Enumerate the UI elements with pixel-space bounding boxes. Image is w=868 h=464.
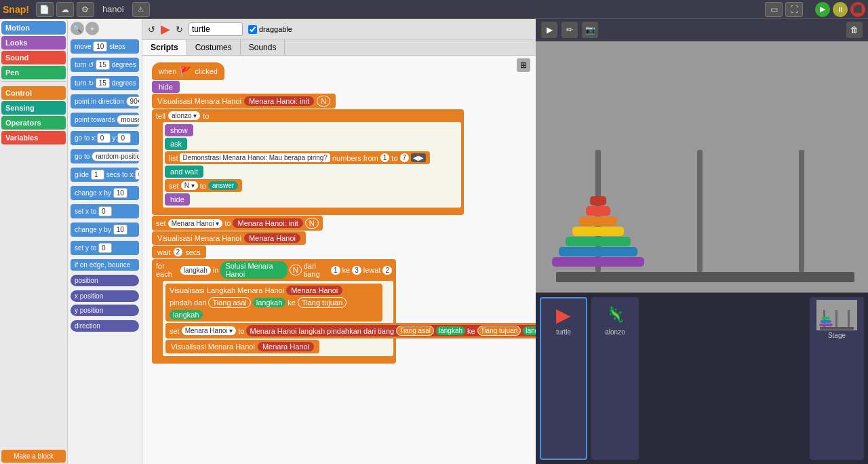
two-field: 2 [382, 266, 392, 275]
stage-thumb-image [816, 300, 857, 330]
goto-xy-block[interactable]: go to x:0 y:0 [71, 131, 139, 145]
category-control[interactable]: Control [1, 86, 66, 100]
set-y-block[interactable]: set y to 0 [71, 241, 139, 255]
set-menara2-block[interactable]: set Menara Hanoi ▾ to Menara Hanoi langk… [165, 323, 536, 339]
category-sensing[interactable]: Sensing [1, 101, 66, 115]
when-label: when [159, 67, 176, 75]
rotate-right-button[interactable]: ↻ [176, 24, 183, 35]
list-arrow-button[interactable]: ◀▶ [411, 153, 426, 162]
y-position-block[interactable]: y position [71, 305, 139, 316]
hide-block-1[interactable]: hide [152, 81, 180, 93]
for-each-header[interactable]: for each langkah in Solusi Menara Hanoi … [152, 259, 396, 281]
tell-header[interactable]: tell alonzo ▾ to [152, 109, 464, 122]
svg-rect-6 [572, 227, 624, 236]
direction-block[interactable]: direction [71, 320, 139, 332]
hide-block-2[interactable]: hide [165, 193, 190, 206]
langkah-dropdown[interactable]: langkah [180, 266, 211, 275]
set-label-1: set [169, 182, 179, 190]
category-operators[interactable]: Operators [1, 116, 66, 130]
tabs-bar: Scripts Costumes Sounds [142, 40, 536, 56]
show-block[interactable]: show [165, 124, 193, 136]
and-wait-block[interactable]: and wait [165, 166, 203, 178]
langkah-reporter-2: langkah [170, 310, 203, 320]
menara-dropdown-1[interactable]: Menara Hanoi ▾ [168, 219, 223, 228]
vis-langkah-block[interactable]: Visualisasi Langkah Menara Hanoi Menara … [165, 284, 382, 322]
in-label: in [213, 266, 219, 274]
position-block[interactable]: position [71, 275, 139, 286]
list-block[interactable]: list Demonstrasi Menara Hanoi: Mau berap… [165, 151, 430, 164]
turn-cw-block[interactable]: turn ↻ 15 degrees [71, 76, 139, 90]
point-towards-block[interactable]: point towards mouse-pointer▾ [71, 113, 139, 127]
set-n-block[interactable]: set N ▾ to answer [165, 179, 242, 192]
search-blocks-button[interactable]: 🔍 [71, 22, 84, 35]
goto-pos-block[interactable]: go to random-position▾ [71, 149, 139, 163]
category-looks[interactable]: Looks [1, 36, 66, 50]
three-field: 3 [352, 266, 361, 275]
vis-menara-block[interactable]: Visualisasi Menara Hanoi Menara Hanoi [152, 231, 306, 245]
pause-button[interactable]: ⏸ [833, 2, 848, 17]
cloud-button[interactable]: ☁ [56, 2, 74, 17]
alonzo-dropdown[interactable]: alonzo ▾ [168, 111, 200, 120]
main-layout: Motion Looks Sound Pen Control Sensing O… [0, 19, 868, 464]
set-menara-block[interactable]: set Menara Hanoi ▾ to Menara Hanoi: init… [152, 216, 323, 231]
ask-block[interactable]: ask [165, 138, 187, 150]
menara-reporter-2: Menara Hanoi [286, 286, 342, 295]
one-field: 1 [331, 266, 340, 275]
vis-final-block[interactable]: Visualisasi Menara Hanoi Menara Hanoi [165, 340, 319, 353]
camera-button[interactable]: 📷 [582, 22, 598, 38]
main-script-stack: when 🚩 clicked hide Visualisasi Menara H… [152, 62, 464, 364]
turn-ccw-block[interactable]: turn ↺ 15 degrees [71, 58, 139, 72]
x-position-block[interactable]: x position [71, 290, 139, 302]
category-motion[interactable]: Motion [1, 21, 66, 35]
when-clicked-hat-block[interactable]: when 🚩 clicked [152, 62, 224, 80]
tab-sounds[interactable]: Sounds [241, 40, 285, 55]
settings-button[interactable]: ⚙ [77, 2, 94, 17]
delete-button[interactable]: 🗑 [846, 22, 863, 38]
sprite-name-input[interactable] [189, 22, 243, 36]
category-pen[interactable]: Pen [1, 66, 66, 79]
draw-button[interactable]: ✏ [561, 22, 578, 38]
tab-costumes[interactable]: Costumes [187, 40, 241, 55]
tiang-asal-rep2: Tiang asal [396, 326, 434, 336]
category-variables[interactable]: Variables [1, 131, 66, 144]
to-val-field: 7 [400, 153, 410, 162]
bounce-block[interactable]: if on edge, bounce [71, 259, 139, 271]
tab-scripts[interactable]: Scripts [142, 40, 187, 55]
list-text-field: Demonstrasi Menara Hanoi: Mau berapa pir… [180, 153, 330, 162]
normal-view-button[interactable]: ▭ [765, 2, 783, 17]
stage-canvas [536, 41, 868, 292]
tiang-asal-reporter: Tiang asal [208, 297, 250, 308]
grid-button[interactable]: ⊞ [517, 58, 530, 72]
change-x-block[interactable]: change x by 10 [71, 186, 139, 200]
sprite-thumb-alonzo[interactable]: 🦎 alonzo [591, 297, 639, 460]
draggable-checkbox[interactable] [248, 25, 257, 34]
stage-thumbnail[interactable]: Stage [810, 297, 864, 460]
ke-label-2: ke [288, 298, 296, 307]
add-block-button[interactable]: + [85, 22, 99, 35]
category-sound[interactable]: Sound [1, 51, 66, 64]
wait-block[interactable]: wait 2 secs [152, 246, 206, 258]
numbers-from-label: numbers from [332, 154, 378, 162]
point-direction-block[interactable]: point in direction 90▾ [71, 94, 139, 109]
fullscreen-button[interactable]: ⛶ [785, 2, 803, 17]
green-flag-button[interactable]: ▶ [815, 2, 830, 17]
make-block-button[interactable]: Make a block [1, 450, 66, 463]
play-button[interactable]: ▶ [541, 22, 557, 38]
sprite-thumb-turtle[interactable]: ▶ turtle [540, 297, 587, 460]
menara-dropdown-2[interactable]: Menara Hanoi ▾ [182, 326, 237, 335]
snap-logo: Snap! [3, 4, 29, 15]
glide-block[interactable]: glide 1 secs to x:0 y:0 [71, 168, 139, 182]
svg-rect-9 [590, 196, 606, 206]
alert-button[interactable]: ⚠ [132, 2, 150, 17]
file-button[interactable]: 📄 [36, 2, 54, 17]
n-dropdown-1[interactable]: N ▾ [181, 181, 198, 190]
to-label: to [203, 112, 209, 120]
lewat-label: lewat [363, 266, 381, 274]
rotate-left-button[interactable]: ↺ [148, 24, 155, 35]
visualisasi-init-block[interactable]: Visualisasi Menara Hanoi Menara Hanoi: i… [152, 94, 336, 109]
stop-button[interactable]: ⬛ [850, 2, 865, 17]
langkah-rep-3: langkah [299, 327, 326, 335]
change-y-block[interactable]: change y by 10 [71, 223, 139, 237]
set-x-block[interactable]: set x to 0 [71, 204, 139, 218]
move-steps-block[interactable]: move 10 steps [71, 39, 139, 54]
